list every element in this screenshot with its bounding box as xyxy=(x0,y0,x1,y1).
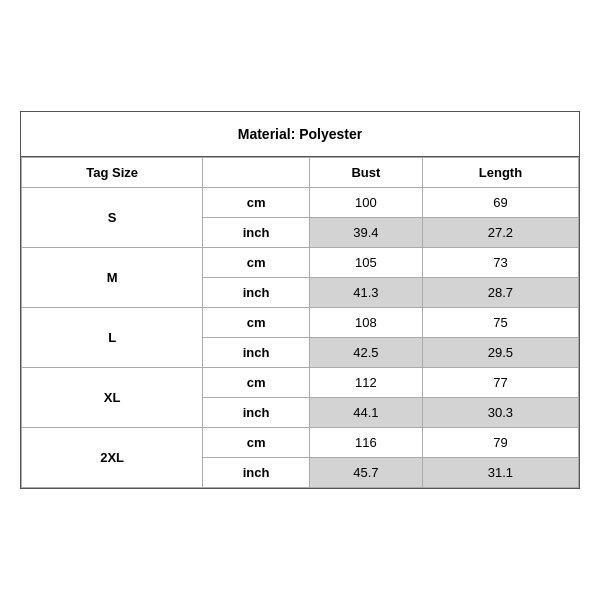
header-tag-size: Tag Size xyxy=(22,158,203,188)
bust-inch-l: 42.5 xyxy=(309,338,422,368)
row-m-cm: M cm 105 73 xyxy=(22,248,579,278)
unit-inch-m: inch xyxy=(203,278,310,308)
bust-cm-xl: 112 xyxy=(309,368,422,398)
size-label-l: L xyxy=(22,308,203,368)
size-label-xl: XL xyxy=(22,368,203,428)
length-cm-m: 73 xyxy=(422,248,578,278)
unit-inch-s: inch xyxy=(203,218,310,248)
row-2xl-cm: 2XL cm 116 79 xyxy=(22,428,579,458)
bust-cm-m: 105 xyxy=(309,248,422,278)
row-xl-cm: XL cm 112 77 xyxy=(22,368,579,398)
length-inch-s: 27.2 xyxy=(422,218,578,248)
title-text: Material: Polyester xyxy=(238,126,363,142)
row-s-cm: S cm 100 69 xyxy=(22,188,579,218)
bust-cm-2xl: 116 xyxy=(309,428,422,458)
bust-inch-xl: 44.1 xyxy=(309,398,422,428)
unit-cm-2xl: cm xyxy=(203,428,310,458)
unit-inch-xl: inch xyxy=(203,398,310,428)
size-table: Tag Size Bust Length S cm 100 69 inch 39… xyxy=(21,157,579,488)
header-unit-empty xyxy=(203,158,310,188)
length-inch-xl: 30.3 xyxy=(422,398,578,428)
unit-inch-2xl: inch xyxy=(203,458,310,488)
bust-inch-2xl: 45.7 xyxy=(309,458,422,488)
size-label-2xl: 2XL xyxy=(22,428,203,488)
header-bust: Bust xyxy=(309,158,422,188)
size-label-s: S xyxy=(22,188,203,248)
bust-cm-s: 100 xyxy=(309,188,422,218)
length-inch-l: 29.5 xyxy=(422,338,578,368)
length-cm-xl: 77 xyxy=(422,368,578,398)
bust-cm-l: 108 xyxy=(309,308,422,338)
row-l-cm: L cm 108 75 xyxy=(22,308,579,338)
length-cm-2xl: 79 xyxy=(422,428,578,458)
chart-title: Material: Polyester xyxy=(21,112,579,157)
size-label-m: M xyxy=(22,248,203,308)
bust-inch-s: 39.4 xyxy=(309,218,422,248)
unit-cm-s: cm xyxy=(203,188,310,218)
unit-cm-l: cm xyxy=(203,308,310,338)
bust-inch-m: 41.3 xyxy=(309,278,422,308)
length-cm-s: 69 xyxy=(422,188,578,218)
length-inch-2xl: 31.1 xyxy=(422,458,578,488)
unit-cm-xl: cm xyxy=(203,368,310,398)
length-cm-l: 75 xyxy=(422,308,578,338)
length-inch-m: 28.7 xyxy=(422,278,578,308)
unit-inch-l: inch xyxy=(203,338,310,368)
header-length: Length xyxy=(422,158,578,188)
unit-cm-m: cm xyxy=(203,248,310,278)
size-chart: Material: Polyester Tag Size Bust Length… xyxy=(20,111,580,489)
